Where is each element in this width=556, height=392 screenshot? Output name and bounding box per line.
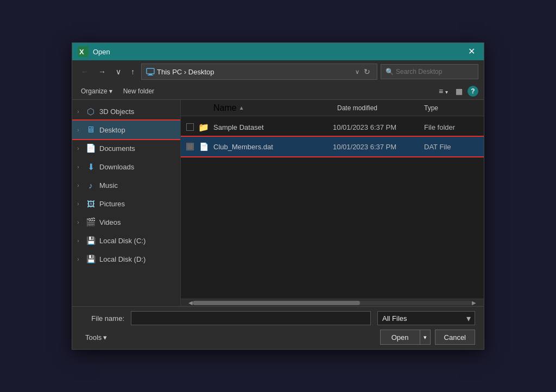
open-button[interactable]: Open bbox=[380, 330, 420, 345]
table-row[interactable]: 📁 Sample Dataset 10/01/2023 6:37 PM File… bbox=[181, 117, 484, 137]
file-column-headers: Name ▲ Date modified Type bbox=[181, 100, 484, 116]
chevron-icon: › bbox=[74, 164, 82, 170]
scrollbar-thumb[interactable] bbox=[193, 301, 360, 305]
view-preview-button[interactable]: ▦ bbox=[453, 85, 465, 97]
search-icon: 🔍 bbox=[386, 68, 394, 75]
excel-icon: X bbox=[78, 46, 89, 57]
table-row[interactable]: 📄 Club_Members.dat 10/01/2023 6:37 PM DA… bbox=[181, 137, 484, 156]
sidebar-item-label: Local Disk (D:) bbox=[99, 255, 176, 263]
3d-objects-icon: ⬡ bbox=[85, 106, 96, 117]
file-type: DAT File bbox=[424, 143, 478, 151]
svg-rect-4 bbox=[148, 75, 153, 75]
file-name: Club_Members.dat bbox=[213, 143, 328, 151]
filename-label: File name: bbox=[81, 314, 124, 323]
view-list-button[interactable]: ≡ ▾ bbox=[436, 85, 451, 97]
dialog-title: Open bbox=[93, 48, 460, 56]
sidebar-item-label: Local Disk (C:) bbox=[99, 237, 176, 245]
col-header-date[interactable]: Date modified bbox=[337, 104, 424, 112]
svg-rect-3 bbox=[149, 74, 152, 75]
dropdown-button[interactable]: ∨ bbox=[112, 65, 124, 78]
up-button[interactable]: ↑ bbox=[128, 65, 138, 78]
organize-toolbar: Organize ▾ New folder ≡ ▾ ▦ ? bbox=[72, 83, 484, 100]
sidebar-item-pictures[interactable]: › 🖼 Pictures bbox=[72, 194, 180, 213]
address-bar[interactable]: This PC › Desktop ∨ ↻ bbox=[141, 64, 377, 80]
main-content: › ⬡ 3D Objects › 🖥 Desktop › 📄 Documents… bbox=[72, 100, 484, 306]
new-folder-button[interactable]: New folder bbox=[120, 86, 157, 97]
search-input[interactable] bbox=[396, 68, 473, 75]
svg-rect-2 bbox=[147, 68, 154, 74]
address-text: This PC › Desktop bbox=[157, 68, 353, 76]
close-button[interactable]: ✕ bbox=[465, 46, 478, 57]
filetype-select[interactable]: All Files Text Files (*.txt) Excel Files… bbox=[377, 311, 475, 325]
chevron-icon: › bbox=[74, 219, 82, 225]
organize-button[interactable]: Organize ▾ bbox=[78, 86, 116, 97]
sidebar-item-label: 3D Objects bbox=[99, 108, 176, 116]
sidebar-item-label: Desktop bbox=[99, 126, 176, 134]
toolbar2-right: ≡ ▾ ▦ ? bbox=[436, 85, 478, 97]
scroll-left-arrow[interactable]: ◀ bbox=[188, 300, 193, 306]
sidebar-item-local-c[interactable]: › 💾 Local Disk (C:) bbox=[72, 231, 180, 250]
sort-arrow: ▲ bbox=[239, 105, 244, 111]
horizontal-scrollbar[interactable]: ◀ ▶ bbox=[181, 299, 484, 306]
open-dialog: X Open ✕ ← → ∨ ↑ This PC › Desktop ∨ ↻ 🔍 bbox=[72, 42, 484, 350]
drive-c-icon: 💾 bbox=[85, 235, 96, 246]
help-button[interactable]: ? bbox=[467, 86, 478, 97]
file-name: Sample Dataset bbox=[213, 123, 328, 131]
bottom-bar: File name: All Files Text Files (*.txt) … bbox=[72, 306, 484, 349]
file-checkbox[interactable] bbox=[186, 123, 194, 131]
chevron-icon: › bbox=[74, 182, 82, 188]
filename-row: File name: All Files Text Files (*.txt) … bbox=[81, 311, 475, 325]
address-chevron[interactable]: ∨ bbox=[355, 68, 359, 75]
scroll-right-arrow[interactable]: ▶ bbox=[472, 300, 476, 306]
sidebar-item-label: Videos bbox=[99, 218, 176, 226]
sidebar: › ⬡ 3D Objects › 🖥 Desktop › 📄 Documents… bbox=[72, 100, 181, 306]
folder-icon: 📁 bbox=[198, 122, 209, 132]
sidebar-item-documents[interactable]: › 📄 Documents bbox=[72, 139, 180, 157]
dat-file-icon: 📄 bbox=[198, 141, 209, 152]
pictures-icon: 🖼 bbox=[85, 198, 96, 209]
svg-rect-5 bbox=[187, 144, 193, 149]
computer-icon bbox=[146, 67, 155, 76]
sidebar-item-label: Downloads bbox=[99, 163, 176, 171]
desktop-icon: 🖥 bbox=[85, 124, 96, 135]
scrollbar-track[interactable] bbox=[193, 301, 472, 305]
chevron-icon: › bbox=[74, 127, 82, 133]
cancel-button[interactable]: Cancel bbox=[435, 330, 475, 345]
navigation-toolbar: ← → ∨ ↑ This PC › Desktop ∨ ↻ 🔍 bbox=[72, 60, 484, 83]
file-checkbox[interactable] bbox=[186, 143, 194, 150]
file-pane: Name ▲ Date modified Type 📁 Sample Datas… bbox=[181, 100, 484, 306]
sidebar-item-videos[interactable]: › 🎬 Videos bbox=[72, 213, 180, 231]
chevron-icon: › bbox=[74, 238, 82, 244]
drive-d-icon: 💾 bbox=[85, 254, 96, 264]
videos-icon: 🎬 bbox=[85, 217, 96, 227]
col-header-type[interactable]: Type bbox=[424, 104, 478, 112]
file-date: 10/01/2023 6:37 PM bbox=[333, 143, 420, 151]
music-icon: ♪ bbox=[85, 180, 96, 191]
chevron-icon: › bbox=[74, 201, 82, 207]
refresh-button[interactable]: ↻ bbox=[362, 66, 372, 77]
svg-text:X: X bbox=[79, 48, 84, 56]
sidebar-item-3d-objects[interactable]: › ⬡ 3D Objects bbox=[72, 102, 180, 121]
sidebar-item-music[interactable]: › ♪ Music bbox=[72, 176, 180, 194]
filename-input[interactable] bbox=[131, 311, 371, 325]
downloads-icon: ⬇ bbox=[85, 161, 96, 172]
forward-button[interactable]: → bbox=[95, 65, 109, 78]
sidebar-item-local-d[interactable]: › 💾 Local Disk (D:) bbox=[72, 250, 180, 268]
file-type: File folder bbox=[424, 123, 478, 131]
titlebar: X Open ✕ bbox=[72, 43, 484, 60]
sidebar-item-label: Documents bbox=[99, 144, 176, 153]
open-dropdown-button[interactable]: ▾ bbox=[420, 330, 431, 345]
search-bar[interactable]: 🔍 bbox=[381, 64, 478, 79]
documents-icon: 📄 bbox=[85, 143, 96, 154]
sidebar-item-downloads[interactable]: › ⬇ Downloads bbox=[72, 157, 180, 176]
col-header-name[interactable]: Name ▲ bbox=[213, 103, 337, 113]
tools-button[interactable]: Tools ▾ bbox=[81, 331, 111, 344]
file-date: 10/01/2023 6:37 PM bbox=[333, 123, 420, 131]
file-list: 📁 Sample Dataset 10/01/2023 6:37 PM File… bbox=[181, 116, 484, 299]
filetype-select-wrapper[interactable]: All Files Text Files (*.txt) Excel Files… bbox=[377, 311, 475, 325]
back-button[interactable]: ← bbox=[78, 65, 92, 78]
chevron-icon: › bbox=[74, 146, 82, 151]
sidebar-item-label: Music bbox=[99, 181, 176, 189]
chevron-icon: › bbox=[74, 256, 82, 262]
sidebar-item-desktop[interactable]: › 🖥 Desktop bbox=[72, 121, 180, 139]
